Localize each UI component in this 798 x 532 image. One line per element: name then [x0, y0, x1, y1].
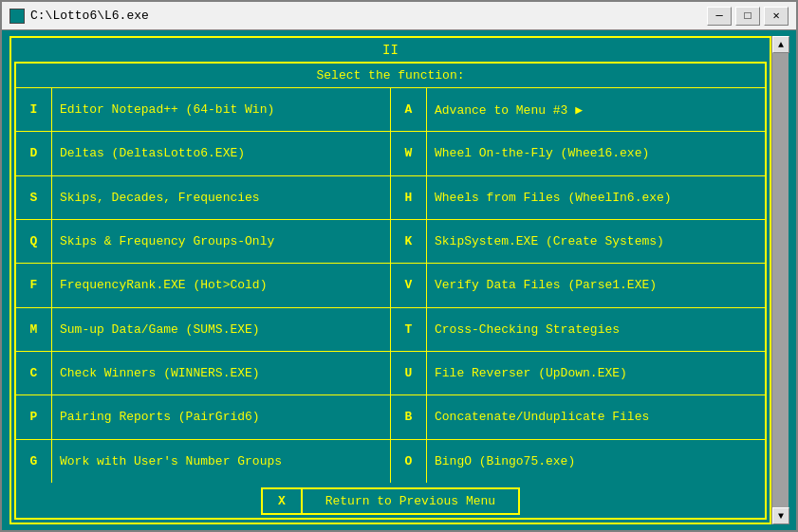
title-bar: C:\Lotto6\L6.exe — □ ✕	[2, 2, 796, 30]
label-cell-bingo[interactable]: BingO (Bingo75.exe)	[427, 440, 765, 483]
return-label: Return to Previous Menu	[303, 489, 518, 513]
key-cell-t[interactable]: T	[391, 308, 427, 351]
key-cell-c[interactable]: C	[16, 352, 52, 394]
outer-frame: II Select the function: I Editor Notepad…	[9, 36, 771, 524]
label-cell-wheels-files[interactable]: Wheels from Files (WheelIn6.exe)	[427, 176, 765, 219]
select-prompt: Select the function:	[16, 64, 765, 88]
subtitle-header: II	[14, 41, 767, 62]
label-cell-sumup[interactable]: Sum-up Data/Game (SUMS.EXE)	[52, 308, 391, 351]
scroll-down-button[interactable]: ▼	[772, 507, 789, 524]
key-cell-p[interactable]: P	[16, 395, 52, 438]
key-cell-u[interactable]: U	[391, 352, 427, 394]
table-row: F FrequencyRank.EXE (Hot>Cold) V Verify …	[16, 264, 765, 307]
table-row: P Pairing Reports (PairGrid6) B Concaten…	[16, 395, 765, 439]
label-cell-usergroups[interactable]: Work with User's Number Groups	[52, 440, 391, 483]
key-cell-w[interactable]: W	[391, 132, 427, 174]
maximize-button[interactable]: □	[735, 7, 760, 26]
label-cell-advance[interactable]: Advance to Menu #3 ▶	[427, 88, 765, 131]
bottom-section: X Return to Previous Menu	[16, 483, 765, 518]
label-cell-winners[interactable]: Check Winners (WINNERS.EXE)	[52, 352, 391, 394]
table-row: Q Skips & Frequency Groups-Only K SkipSy…	[16, 220, 765, 264]
scrollbar[interactable]: ▲ ▼	[771, 36, 789, 524]
label-cell-pairing[interactable]: Pairing Reports (PairGrid6)	[52, 395, 391, 438]
label-cell-skips-freq[interactable]: Skips & Frequency Groups-Only	[52, 220, 391, 263]
window-title: C:\Lotto6\L6.exe	[30, 9, 707, 23]
key-cell-k[interactable]: K	[391, 220, 427, 263]
table-row: G Work with User's Number Groups O BingO…	[16, 440, 765, 483]
menu-rows: I Editor Notepad++ (64-bit Win) A Advanc…	[16, 88, 765, 483]
close-button[interactable]: ✕	[764, 7, 789, 26]
table-row: S Skips, Decades, Frequencies H Wheels f…	[16, 176, 765, 220]
key-cell-m[interactable]: M	[16, 308, 52, 351]
label-cell-deltas[interactable]: Deltas (DeltasLotto6.EXE)	[52, 132, 391, 174]
key-cell-s[interactable]: S	[16, 176, 52, 219]
key-cell-i[interactable]: I	[16, 88, 52, 131]
key-cell-d[interactable]: D	[16, 132, 52, 174]
scroll-up-button[interactable]: ▲	[772, 36, 789, 53]
key-cell-v[interactable]: V	[391, 264, 427, 306]
label-cell-verify[interactable]: Verify Data Files (Parse1.EXE)	[427, 264, 765, 306]
key-cell-f[interactable]: F	[16, 264, 52, 306]
window-controls: — □ ✕	[707, 7, 789, 26]
table-row: C Check Winners (WINNERS.EXE) U File Rev…	[16, 352, 765, 395]
label-cell-wheel-fly[interactable]: Wheel On-the-Fly (Whee16.exe)	[427, 132, 765, 174]
label-cell-editor[interactable]: Editor Notepad++ (64-bit Win)	[52, 88, 391, 131]
key-cell-b[interactable]: B	[391, 395, 427, 438]
key-cell-q[interactable]: Q	[16, 220, 52, 263]
key-cell-h[interactable]: H	[391, 176, 427, 219]
return-key: X	[263, 489, 303, 513]
return-button[interactable]: X Return to Previous Menu	[261, 487, 520, 515]
table-row: D Deltas (DeltasLotto6.EXE) W Wheel On-t…	[16, 132, 765, 175]
table-row: I Editor Notepad++ (64-bit Win) A Advanc…	[16, 88, 765, 132]
scroll-track[interactable]	[772, 53, 789, 507]
minimize-button[interactable]: —	[707, 7, 732, 26]
key-cell-g[interactable]: G	[16, 440, 52, 483]
label-cell-filereverser[interactable]: File Reverser (UpDown.EXE)	[427, 352, 765, 394]
table-row: M Sum-up Data/Game (SUMS.EXE) T Cross-Ch…	[16, 308, 765, 352]
label-cell-skipsystem[interactable]: SkipSystem.EXE (Create Systems)	[427, 220, 765, 263]
window-content: II Select the function: I Editor Notepad…	[2, 30, 796, 530]
app-icon	[9, 9, 25, 24]
label-cell-crosscheck[interactable]: Cross-Checking Strategies	[427, 308, 765, 351]
main-window: C:\Lotto6\L6.exe — □ ✕ II Select the fun…	[0, 0, 798, 532]
main-area: II Select the function: I Editor Notepad…	[9, 36, 771, 524]
key-cell-a[interactable]: A	[391, 88, 427, 131]
label-cell-concat[interactable]: Concatenate/Unduplicate Files	[427, 395, 765, 438]
label-cell-skips[interactable]: Skips, Decades, Frequencies	[52, 176, 391, 219]
content-frame: Select the function: I Editor Notepad++ …	[14, 62, 767, 520]
label-cell-freqrank[interactable]: FrequencyRank.EXE (Hot>Cold)	[52, 264, 391, 306]
key-cell-o[interactable]: O	[391, 440, 427, 483]
